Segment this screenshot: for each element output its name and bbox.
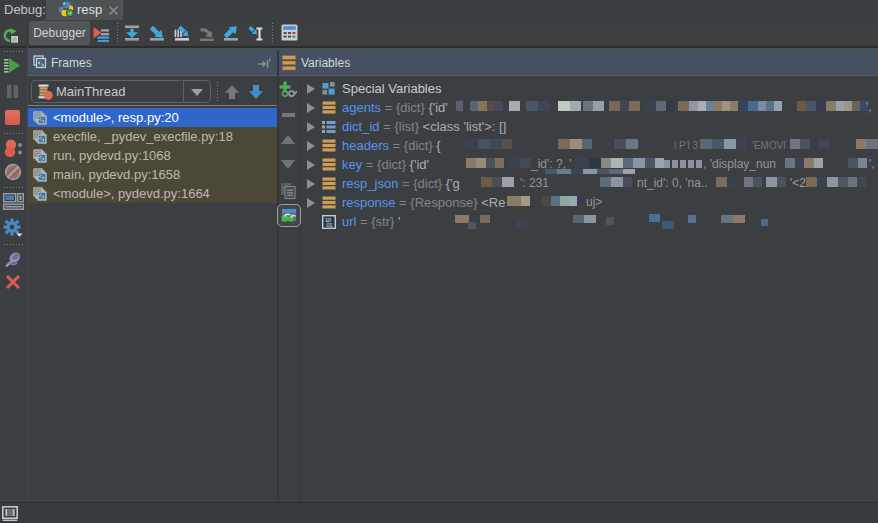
svg-text:01: 01 — [327, 222, 333, 228]
